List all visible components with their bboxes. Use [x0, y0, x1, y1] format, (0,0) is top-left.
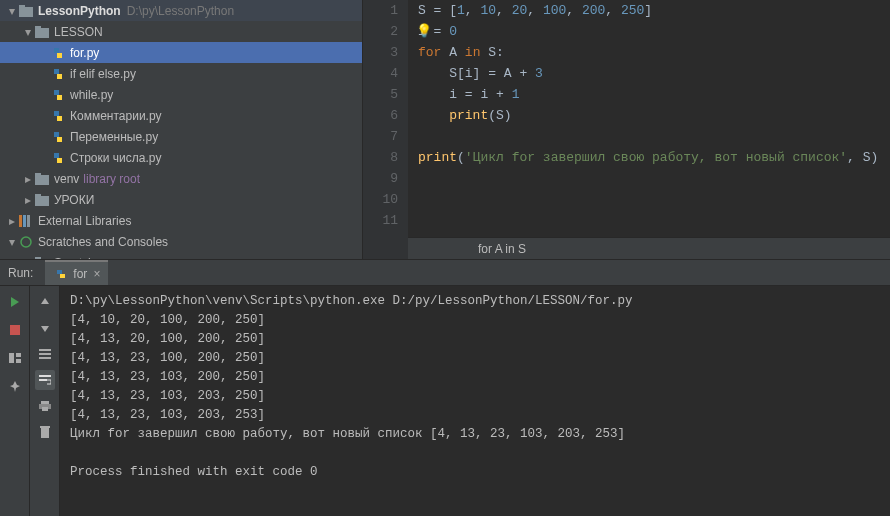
file-item[interactable]: if elif else.py — [0, 63, 362, 84]
svg-rect-25 — [42, 407, 48, 411]
svg-rect-21 — [39, 375, 51, 377]
stop-button[interactable] — [5, 320, 25, 340]
folder-item[interactable]: ▸venvlibrary root — [0, 168, 362, 189]
svg-rect-20 — [39, 357, 51, 359]
scratches-consoles[interactable]: ▾ Scratches and Consoles — [0, 231, 362, 252]
python-file-icon — [50, 87, 66, 103]
run-label: Run: — [8, 266, 33, 280]
close-icon[interactable]: × — [93, 267, 100, 281]
tree-item-label: while.py — [70, 88, 113, 102]
project-root-name: LessonPython — [38, 4, 121, 18]
pin-button[interactable] — [5, 376, 25, 396]
run-tab-label: for — [73, 267, 87, 281]
tree-item-label: if elif else.py — [70, 67, 136, 81]
python-file-icon — [50, 66, 66, 82]
tree-item-label: Строки числа.py — [70, 151, 161, 165]
scratches-icon — [18, 234, 34, 250]
tree-item-label: УРОКИ — [54, 193, 94, 207]
svg-rect-3 — [35, 26, 41, 30]
tree-item-label: Переменные.py — [70, 130, 158, 144]
rerun-button[interactable] — [5, 292, 25, 312]
run-toolbar-primary — [0, 286, 30, 516]
python-file-icon — [50, 150, 66, 166]
delete-button[interactable] — [35, 422, 55, 442]
svg-rect-13 — [35, 257, 41, 260]
svg-rect-9 — [23, 215, 26, 227]
folder-icon — [34, 255, 50, 260]
file-item[interactable]: Строки числа.py — [0, 147, 362, 168]
scratches-child-label: Scratches — [54, 256, 107, 260]
svg-rect-15 — [9, 353, 14, 363]
project-root-path: D:\py\LessonPython — [127, 4, 234, 18]
chevron-down-icon: ▾ — [22, 25, 34, 39]
run-header: Run: for × — [0, 260, 890, 286]
svg-rect-17 — [16, 359, 21, 363]
chevron-right-icon: ▸ — [6, 214, 18, 228]
chevron-down-icon: ▾ — [6, 4, 18, 18]
chevron-right-icon: ▸ — [22, 193, 34, 207]
svg-rect-1 — [19, 5, 25, 9]
file-item[interactable]: Комментарии.py — [0, 105, 362, 126]
svg-rect-22 — [39, 379, 47, 381]
scratches-label: Scratches and Consoles — [38, 235, 168, 249]
file-item[interactable]: for.py — [0, 42, 362, 63]
print-button[interactable] — [35, 396, 55, 416]
folder-icon — [34, 24, 50, 40]
svg-rect-27 — [40, 426, 50, 428]
svg-rect-26 — [41, 428, 49, 438]
run-toolbar-secondary — [30, 286, 60, 516]
tree-item-label: Комментарии.py — [70, 109, 162, 123]
svg-point-11 — [21, 237, 31, 247]
filter-button[interactable] — [35, 344, 55, 364]
intention-bulb-icon[interactable]: 💡 — [416, 21, 432, 42]
project-tree[interactable]: ▾ LessonPython D:\py\LessonPython ▾LESSO… — [0, 0, 363, 259]
folder-icon — [34, 192, 50, 208]
external-libraries-label: External Libraries — [38, 214, 131, 228]
python-file-icon — [50, 129, 66, 145]
svg-rect-19 — [39, 353, 51, 355]
svg-rect-18 — [39, 349, 51, 351]
python-file-icon — [50, 45, 66, 61]
chevron-right-icon: ▸ — [22, 172, 34, 186]
folder-item[interactable]: ▸УРОКИ — [0, 189, 362, 210]
svg-rect-5 — [35, 173, 41, 177]
file-item[interactable]: Переменные.py — [0, 126, 362, 147]
library-root-label: library root — [83, 172, 140, 186]
folder-item[interactable]: ▾LESSON — [0, 21, 362, 42]
down-button[interactable] — [35, 318, 55, 338]
code-editor[interactable]: 1234567891011 💡 S = [1, 10, 20, 100, 200… — [363, 0, 890, 259]
project-root[interactable]: ▾ LessonPython D:\py\LessonPython — [0, 0, 362, 21]
svg-rect-23 — [41, 401, 49, 404]
layout-button[interactable] — [5, 348, 25, 368]
scratches-folder[interactable]: Scratches — [0, 252, 362, 259]
tree-item-label: for.py — [70, 46, 99, 60]
svg-rect-16 — [16, 353, 21, 357]
tree-item-label: LESSON — [54, 25, 103, 39]
code-area[interactable]: 💡 S = [1, 10, 20, 100, 200, 250] i = 0 f… — [408, 0, 890, 259]
up-button[interactable] — [35, 292, 55, 312]
python-icon — [53, 266, 69, 282]
svg-rect-10 — [27, 215, 30, 227]
tree-item-label: venv — [54, 172, 79, 186]
breadcrumb[interactable]: for A in S — [408, 237, 890, 259]
svg-rect-8 — [19, 215, 22, 227]
file-item[interactable]: while.py — [0, 84, 362, 105]
libraries-icon — [18, 213, 34, 229]
svg-rect-7 — [35, 194, 41, 198]
python-file-icon — [50, 108, 66, 124]
gutter: 1234567891011 — [363, 0, 408, 259]
console-output[interactable]: D:\py\LessonPython\venv\Scripts\python.e… — [60, 286, 890, 516]
svg-rect-14 — [10, 325, 20, 335]
external-libraries[interactable]: ▸ External Libraries — [0, 210, 362, 231]
folder-icon — [34, 171, 50, 187]
chevron-down-icon: ▾ — [6, 235, 18, 249]
softwrap-button[interactable] — [35, 370, 55, 390]
folder-icon — [18, 3, 34, 19]
run-tab[interactable]: for × — [45, 260, 108, 285]
